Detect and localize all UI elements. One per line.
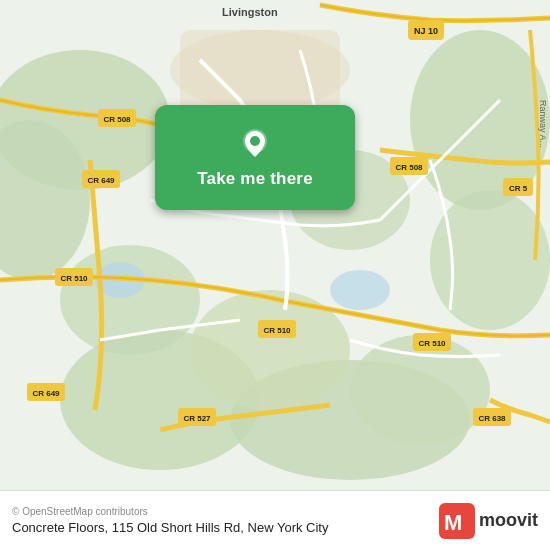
svg-text:CR 508: CR 508	[103, 115, 131, 124]
svg-text:CR 649: CR 649	[32, 389, 60, 398]
take-me-there-label: Take me there	[197, 169, 313, 189]
moovit-text: moovit	[479, 510, 538, 531]
svg-point-12	[170, 30, 350, 110]
moovit-icon: M	[439, 503, 475, 539]
bottom-bar: © OpenStreetMap contributors Concrete Fl…	[0, 490, 550, 550]
svg-text:CR 510: CR 510	[418, 339, 446, 348]
svg-text:NJ 10: NJ 10	[414, 26, 438, 36]
svg-text:Ranway A...: Ranway A...	[538, 100, 548, 148]
svg-text:M: M	[444, 510, 462, 535]
take-me-there-card[interactable]: Take me there	[155, 105, 355, 210]
svg-text:CR 527: CR 527	[183, 414, 211, 423]
svg-text:CR 649: CR 649	[87, 176, 115, 185]
svg-text:CR 510: CR 510	[263, 326, 291, 335]
svg-text:Livingston: Livingston	[222, 6, 278, 18]
svg-text:CR 5: CR 5	[509, 184, 528, 193]
svg-text:CR 510: CR 510	[60, 274, 88, 283]
pin-icon	[237, 127, 273, 163]
moovit-logo: M moovit	[439, 503, 538, 539]
bottom-left: © OpenStreetMap contributors Concrete Fl…	[12, 506, 439, 535]
address-text: Concrete Floors, 115 Old Short Hills Rd,…	[12, 520, 439, 535]
copyright-text: © OpenStreetMap contributors	[12, 506, 439, 517]
svg-point-6	[430, 190, 550, 330]
map-container: NJ 10 CR 508 CR 649 CR 508 CR 5 CR 510 C…	[0, 0, 550, 490]
svg-point-14	[330, 270, 390, 310]
svg-point-10	[60, 245, 200, 355]
svg-point-7	[350, 335, 490, 445]
svg-text:CR 508: CR 508	[395, 163, 423, 172]
svg-point-40	[250, 136, 260, 146]
svg-text:CR 638: CR 638	[478, 414, 506, 423]
